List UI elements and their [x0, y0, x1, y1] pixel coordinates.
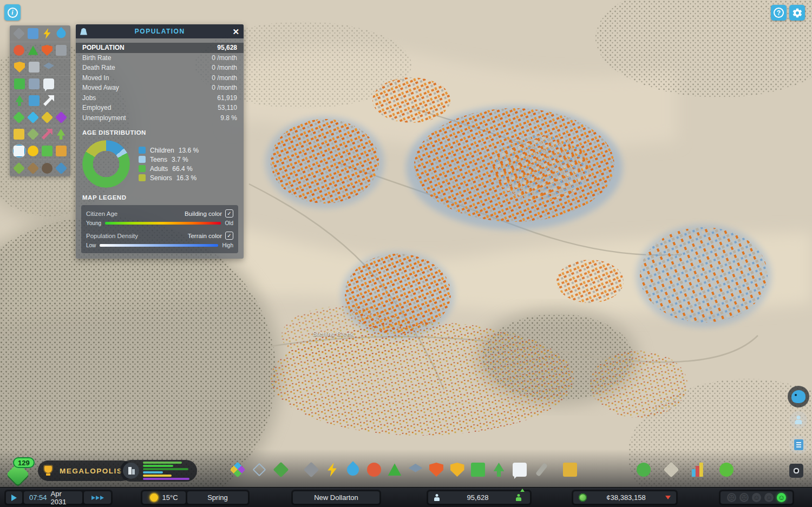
tool-economy[interactable]: [636, 462, 652, 478]
infoview-buildings[interactable]: [28, 94, 41, 107]
xp-widget[interactable]: 129: [6, 457, 35, 484]
infoview-healthcare[interactable]: [13, 44, 25, 57]
infoview-water[interactable]: [55, 27, 67, 40]
tool-water[interactable]: [345, 462, 361, 478]
temperature-display[interactable]: 15°C: [142, 491, 186, 504]
population-group: 95,628: [427, 490, 532, 505]
infoview-land-value[interactable]: [13, 128, 25, 141]
camera-icon: [789, 464, 803, 478]
infoview-water-pollution[interactable]: [55, 162, 67, 175]
happiness-sad[interactable]: ☹: [739, 493, 749, 502]
tool-fire-rescue[interactable]: [428, 462, 444, 478]
tool-terraforming-shovel[interactable]: [533, 462, 549, 478]
play-icon: [11, 495, 17, 501]
tool-parks[interactable]: [491, 462, 507, 478]
infoview-noise-pollution[interactable]: [41, 162, 54, 175]
infoview-fire-rescue[interactable]: [41, 44, 54, 57]
terrain-color-label: Terrain color: [188, 233, 222, 239]
terrain-color-checkbox[interactable]: ✓: [225, 232, 233, 240]
infoview-communications[interactable]: [42, 77, 55, 90]
tool-healthcare[interactable]: [366, 462, 382, 478]
tool-communications[interactable]: [512, 462, 528, 478]
infoview-happiness[interactable]: [27, 144, 40, 157]
infoview-administration[interactable]: [28, 61, 41, 74]
journal-button[interactable]: [789, 436, 808, 454]
infoview-garbage[interactable]: [27, 44, 40, 57]
city-name-display[interactable]: New Dollarton: [293, 491, 379, 504]
infoview-electricity[interactable]: [41, 27, 54, 40]
happiness-very-sad[interactable]: ☹: [727, 493, 736, 502]
settings-button[interactable]: [789, 5, 805, 21]
happiness-neutral[interactable]: ☺: [752, 493, 761, 502]
population-icon: [434, 494, 440, 501]
young-label: Young: [86, 220, 101, 226]
infoview-routes[interactable]: [42, 94, 55, 107]
photo-mode-button[interactable]: [788, 463, 804, 479]
time-value: 07:54: [29, 493, 47, 502]
season-display[interactable]: Spring: [187, 491, 248, 504]
infoview-land-use[interactable]: [27, 128, 40, 141]
population-panel-body: POPULATION 95,628 Birth Rate 0 /month De…: [76, 38, 244, 259]
tool-roads[interactable]: [303, 462, 319, 478]
tool-transportation[interactable]: [470, 462, 486, 478]
citizen-panel-button[interactable]: [790, 411, 807, 429]
stat-row: POPULATION 95,628: [76, 43, 244, 53]
happiness-group: ☹☹☺☺☺: [719, 490, 794, 505]
tool-areas[interactable]: [251, 462, 267, 478]
infoview-industrial-zones[interactable]: [41, 111, 54, 124]
notes-icon: [794, 439, 803, 450]
population-density-label: Population Density: [86, 233, 138, 239]
infoview-statistics[interactable]: [41, 128, 54, 141]
infoview-police[interactable]: [13, 61, 26, 74]
tool-progression[interactable]: [718, 462, 735, 478]
map-legend-title: MAP LEGEND: [82, 194, 237, 201]
speed-control[interactable]: [84, 491, 111, 504]
tool-electricity[interactable]: [324, 462, 340, 478]
infoview-postal[interactable]: [28, 77, 41, 90]
tool-bulldozer[interactable]: [562, 462, 578, 478]
happiness-content[interactable]: ☺: [764, 493, 774, 502]
tool-police[interactable]: [449, 462, 466, 478]
population-display[interactable]: 95,628: [428, 491, 530, 504]
zoning-demand-widget[interactable]: [120, 460, 197, 482]
infoview-roads[interactable]: [13, 27, 25, 40]
city-buildings-icon: [123, 463, 139, 479]
help-button[interactable]: ?: [771, 5, 787, 21]
infoview-ground-pollution[interactable]: [27, 162, 40, 175]
happiness-happy[interactable]: ☺: [777, 493, 786, 502]
tool-education[interactable]: [408, 462, 424, 478]
money-display[interactable]: ¢38,383,158: [573, 491, 676, 504]
building-color-label: Building color: [185, 210, 222, 217]
close-icon[interactable]: ✕: [232, 28, 239, 36]
tool-garbage[interactable]: [387, 462, 403, 478]
season-value: Spring: [207, 493, 228, 502]
time-controls: 07:54 Apr 2031: [4, 490, 113, 505]
tool-landscaping[interactable]: [273, 462, 289, 478]
city-name-group: New Dollarton: [291, 490, 381, 505]
infoview-population-selected[interactable]: [13, 144, 25, 157]
game-screen: Sterling Creek i POPULATION ✕ POPULATION: [0, 0, 812, 507]
infoview-office-zones[interactable]: [55, 111, 67, 124]
infoview-electricity-grid[interactable]: [27, 27, 40, 40]
infoview-terrain[interactable]: [13, 162, 25, 175]
date-value: Apr 2031: [51, 490, 77, 506]
infoview-residential-zones[interactable]: [13, 111, 25, 124]
infoviews-button[interactable]: i: [4, 4, 21, 21]
infoview-natural-resources[interactable]: [55, 128, 67, 141]
chirper-button[interactable]: [788, 386, 809, 407]
infoview-transportation[interactable]: [13, 77, 26, 90]
tool-zones[interactable]: [230, 462, 246, 478]
infoview-commercial-zones[interactable]: [27, 111, 40, 124]
info-icon: i: [8, 8, 18, 18]
building-color-checkbox[interactable]: ✓: [225, 209, 233, 218]
gear-icon: [792, 8, 803, 18]
infoview-housing[interactable]: [55, 144, 67, 157]
milestone-pill[interactable]: MEGALOPOLIS: [38, 460, 132, 481]
infoview-education[interactable]: [42, 61, 55, 74]
infoview-traffic[interactable]: [41, 144, 54, 157]
play-button[interactable]: [6, 491, 22, 504]
infoview-parks[interactable]: [13, 94, 26, 107]
tool-statistics[interactable]: [691, 462, 707, 478]
infoview-maintenance[interactable]: [55, 44, 67, 57]
tool-infoviews-map[interactable]: [663, 462, 679, 478]
